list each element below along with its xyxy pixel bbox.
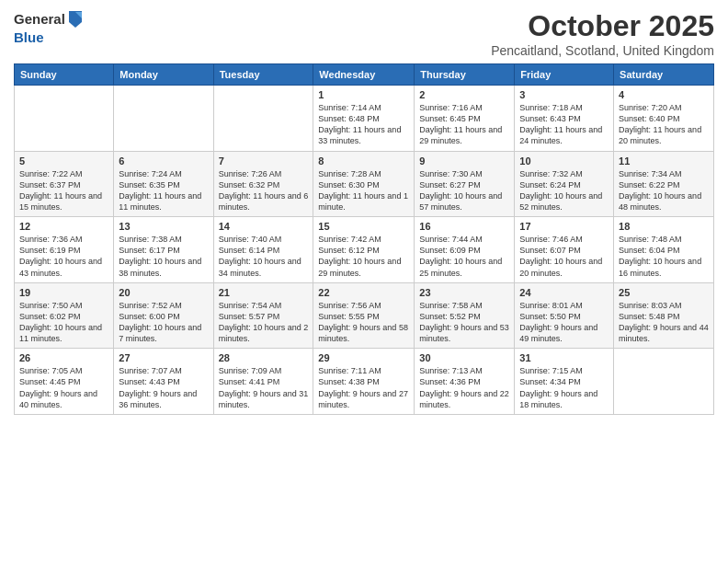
weekday-thursday: Thursday <box>415 64 515 86</box>
day-cell: 27Sunrise: 7:07 AM Sunset: 4:43 PM Dayli… <box>114 349 213 415</box>
weekday-friday: Friday <box>515 64 614 86</box>
week-row-4: 19Sunrise: 7:50 AM Sunset: 6:02 PM Dayli… <box>15 282 714 349</box>
day-number: 7 <box>219 155 309 167</box>
day-cell: 2Sunrise: 7:16 AM Sunset: 6:45 PM Daylig… <box>415 86 515 152</box>
weekday-tuesday: Tuesday <box>213 64 313 86</box>
day-number: 23 <box>419 287 509 298</box>
day-info: Sunrise: 7:20 AM Sunset: 6:40 PM Dayligh… <box>619 102 709 147</box>
day-info: Sunrise: 7:54 AM Sunset: 5:57 PM Dayligh… <box>219 300 309 345</box>
week-row-3: 12Sunrise: 7:36 AM Sunset: 6:19 PM Dayli… <box>15 217 714 283</box>
day-info: Sunrise: 7:07 AM Sunset: 4:43 PM Dayligh… <box>119 365 208 410</box>
day-info: Sunrise: 7:36 AM Sunset: 6:19 PM Dayligh… <box>19 234 108 279</box>
day-cell: 17Sunrise: 7:46 AM Sunset: 6:07 PM Dayli… <box>515 217 614 283</box>
day-cell: 20Sunrise: 7:52 AM Sunset: 6:00 PM Dayli… <box>114 282 213 349</box>
header: General Blue October 2025 Pencaitland, S… <box>14 9 714 58</box>
location-title: Pencaitland, Scotland, United Kingdom <box>491 43 714 58</box>
day-cell: 12Sunrise: 7:36 AM Sunset: 6:19 PM Dayli… <box>15 217 114 283</box>
day-info: Sunrise: 7:32 AM Sunset: 6:24 PM Dayligh… <box>519 168 609 213</box>
day-number: 20 <box>119 287 208 298</box>
day-cell <box>213 86 313 152</box>
day-info: Sunrise: 7:52 AM Sunset: 6:00 PM Dayligh… <box>119 300 208 345</box>
day-number: 19 <box>19 287 108 298</box>
day-info: Sunrise: 7:11 AM Sunset: 4:38 PM Dayligh… <box>318 365 409 410</box>
day-cell: 11Sunrise: 7:34 AM Sunset: 6:22 PM Dayli… <box>614 151 714 217</box>
logo-blue: Blue <box>14 29 84 46</box>
day-cell: 18Sunrise: 7:48 AM Sunset: 6:04 PM Dayli… <box>614 217 714 283</box>
calendar-body: 1Sunrise: 7:14 AM Sunset: 6:48 PM Daylig… <box>15 86 714 415</box>
day-number: 28 <box>219 352 309 363</box>
day-number: 14 <box>219 221 309 232</box>
day-cell: 24Sunrise: 8:01 AM Sunset: 5:50 PM Dayli… <box>515 282 614 349</box>
day-number: 12 <box>19 221 108 232</box>
week-row-1: 1Sunrise: 7:14 AM Sunset: 6:48 PM Daylig… <box>15 86 714 152</box>
logo-general: General <box>14 11 65 28</box>
day-cell: 8Sunrise: 7:28 AM Sunset: 6:30 PM Daylig… <box>313 151 415 217</box>
week-row-2: 5Sunrise: 7:22 AM Sunset: 6:37 PM Daylig… <box>15 151 714 217</box>
day-cell: 22Sunrise: 7:56 AM Sunset: 5:55 PM Dayli… <box>313 282 415 349</box>
weekday-header-row: SundayMondayTuesdayWednesdayThursdayFrid… <box>15 64 714 86</box>
day-number: 24 <box>519 287 609 298</box>
day-info: Sunrise: 7:18 AM Sunset: 6:43 PM Dayligh… <box>519 102 609 147</box>
day-number: 26 <box>19 352 108 363</box>
day-info: Sunrise: 7:58 AM Sunset: 5:52 PM Dayligh… <box>419 300 509 345</box>
day-number: 27 <box>119 352 208 363</box>
day-cell: 9Sunrise: 7:30 AM Sunset: 6:27 PM Daylig… <box>415 151 515 217</box>
day-info: Sunrise: 7:28 AM Sunset: 6:30 PM Dayligh… <box>318 168 409 213</box>
day-cell <box>614 349 714 415</box>
title-block: October 2025 Pencaitland, Scotland, Unit… <box>491 9 714 58</box>
day-number: 8 <box>318 155 409 167</box>
day-number: 15 <box>318 221 409 232</box>
day-info: Sunrise: 7:14 AM Sunset: 6:48 PM Dayligh… <box>318 102 409 147</box>
day-number: 13 <box>119 221 208 232</box>
day-number: 17 <box>519 221 609 232</box>
day-cell: 30Sunrise: 7:13 AM Sunset: 4:36 PM Dayli… <box>415 349 515 415</box>
weekday-monday: Monday <box>114 64 213 86</box>
week-row-5: 26Sunrise: 7:05 AM Sunset: 4:45 PM Dayli… <box>15 349 714 415</box>
day-info: Sunrise: 8:01 AM Sunset: 5:50 PM Dayligh… <box>519 300 609 345</box>
logo: General Blue <box>14 9 84 46</box>
calendar: SundayMondayTuesdayWednesdayThursdayFrid… <box>14 63 714 415</box>
day-cell <box>15 86 114 152</box>
day-cell: 3Sunrise: 7:18 AM Sunset: 6:43 PM Daylig… <box>515 86 614 152</box>
day-info: Sunrise: 7:26 AM Sunset: 6:32 PM Dayligh… <box>219 168 309 213</box>
day-cell: 25Sunrise: 8:03 AM Sunset: 5:48 PM Dayli… <box>614 282 714 349</box>
day-number: 31 <box>519 352 609 363</box>
day-info: Sunrise: 7:30 AM Sunset: 6:27 PM Dayligh… <box>419 168 509 213</box>
day-cell: 31Sunrise: 7:15 AM Sunset: 4:34 PM Dayli… <box>515 349 614 415</box>
day-number: 30 <box>419 352 509 363</box>
day-number: 2 <box>419 89 509 100</box>
day-info: Sunrise: 7:16 AM Sunset: 6:45 PM Dayligh… <box>419 102 509 147</box>
month-title: October 2025 <box>491 9 714 43</box>
day-info: Sunrise: 8:03 AM Sunset: 5:48 PM Dayligh… <box>619 300 709 345</box>
day-cell: 4Sunrise: 7:20 AM Sunset: 6:40 PM Daylig… <box>614 86 714 152</box>
day-cell <box>114 86 213 152</box>
weekday-sunday: Sunday <box>15 64 114 86</box>
day-cell: 26Sunrise: 7:05 AM Sunset: 4:45 PM Dayli… <box>15 349 114 415</box>
day-info: Sunrise: 7:38 AM Sunset: 6:17 PM Dayligh… <box>119 234 208 279</box>
day-cell: 28Sunrise: 7:09 AM Sunset: 4:41 PM Dayli… <box>213 349 313 415</box>
page: General Blue October 2025 Pencaitland, S… <box>0 0 728 563</box>
day-info: Sunrise: 7:46 AM Sunset: 6:07 PM Dayligh… <box>519 234 609 279</box>
day-cell: 5Sunrise: 7:22 AM Sunset: 6:37 PM Daylig… <box>15 151 114 217</box>
day-cell: 10Sunrise: 7:32 AM Sunset: 6:24 PM Dayli… <box>515 151 614 217</box>
day-cell: 21Sunrise: 7:54 AM Sunset: 5:57 PM Dayli… <box>213 282 313 349</box>
day-cell: 13Sunrise: 7:38 AM Sunset: 6:17 PM Dayli… <box>114 217 213 283</box>
day-number: 22 <box>318 287 409 298</box>
day-cell: 19Sunrise: 7:50 AM Sunset: 6:02 PM Dayli… <box>15 282 114 349</box>
day-info: Sunrise: 7:22 AM Sunset: 6:37 PM Dayligh… <box>19 168 108 213</box>
day-number: 10 <box>519 155 609 167</box>
day-number: 29 <box>318 352 409 363</box>
day-number: 18 <box>619 221 709 232</box>
day-cell: 15Sunrise: 7:42 AM Sunset: 6:12 PM Dayli… <box>313 217 415 283</box>
logo-icon <box>67 9 84 29</box>
day-cell: 16Sunrise: 7:44 AM Sunset: 6:09 PM Dayli… <box>415 217 515 283</box>
day-info: Sunrise: 7:13 AM Sunset: 4:36 PM Dayligh… <box>419 365 509 410</box>
day-info: Sunrise: 7:09 AM Sunset: 4:41 PM Dayligh… <box>219 365 309 410</box>
weekday-wednesday: Wednesday <box>313 64 415 86</box>
day-number: 25 <box>619 287 709 298</box>
day-cell: 23Sunrise: 7:58 AM Sunset: 5:52 PM Dayli… <box>415 282 515 349</box>
weekday-saturday: Saturday <box>614 64 714 86</box>
day-number: 11 <box>619 155 709 167</box>
day-info: Sunrise: 7:40 AM Sunset: 6:14 PM Dayligh… <box>219 234 309 279</box>
day-number: 21 <box>219 287 309 298</box>
